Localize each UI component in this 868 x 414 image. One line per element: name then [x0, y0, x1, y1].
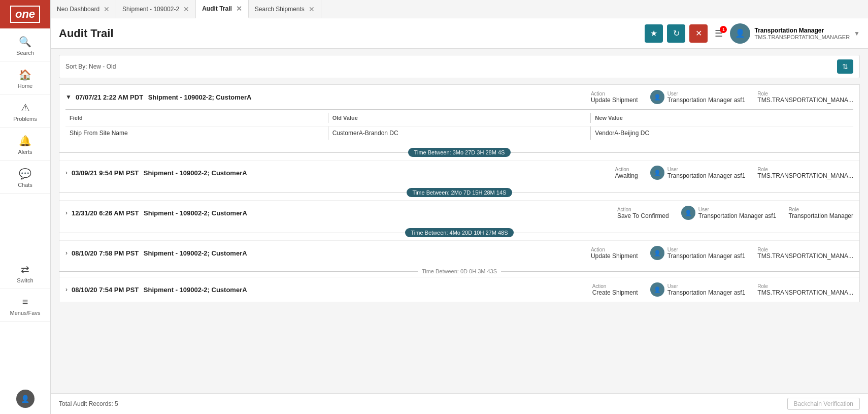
header-bar: Audit Trail ★ ↻ ✕ ☰ 1 👤 Transportation M…: [51, 18, 868, 49]
col-header-old: Old Value: [328, 113, 591, 123]
warning-icon: ⚠: [21, 102, 30, 114]
user-label-4: User: [667, 247, 746, 252]
audit-row-1[interactable]: ▼ 07/07/21 2:22 AM PDT Shipment - 109002…: [59, 85, 859, 109]
action-value-1: Update Shipment: [591, 97, 638, 104]
time-between-badge-2: Time Between: 2Mo 7D 15H 28M 14S: [407, 188, 513, 197]
sidebar-label-chats: Chats: [18, 182, 32, 188]
audit-row-5[interactable]: › 08/10/20 7:54 PM PST Shipment - 109002…: [59, 277, 859, 302]
logo-text: one: [10, 6, 40, 23]
detail-row-1: Ship From Site Name CustomerA-Brandon DC…: [65, 126, 853, 140]
sidebar-item-menus[interactable]: ≡ Menus/Favs: [0, 289, 50, 322]
user-value-1: Transportation Manager asf1: [667, 97, 746, 104]
tab-close-neo-dashboard[interactable]: ✕: [104, 5, 110, 13]
tab-neo-dashboard[interactable]: Neo Dashboard ✕: [51, 0, 116, 18]
footer: Total Audit Records: 5 Backchain Verific…: [51, 393, 868, 414]
app-logo[interactable]: one: [0, 0, 50, 28]
sidebar-label-home: Home: [18, 83, 32, 89]
sidebar-item-switch[interactable]: ⇄ Switch: [0, 256, 50, 289]
sidebar-item-alerts[interactable]: 🔔 Alerts: [0, 128, 50, 161]
audit-datetime-2: 03/09/21 9:54 PM PST: [72, 169, 141, 177]
detail-new-1: VendorA-Beijing DC: [591, 126, 853, 140]
tab-close-audit-trail[interactable]: ✕: [236, 5, 242, 13]
chevron-right-icon-3: ›: [65, 209, 68, 216]
audit-detail-1: Field Old Value New Value Ship From Site…: [59, 109, 859, 145]
sidebar-item-chats[interactable]: 💬 Chats: [0, 161, 50, 194]
sidebar-label-alerts: Alerts: [18, 149, 32, 155]
audit-row-3[interactable]: › 12/31/20 6:26 AM PST Shipment - 109002…: [59, 201, 859, 225]
user-info[interactable]: 👤 Transportation Manager TMS.TRANSPORTAT…: [730, 23, 860, 44]
audit-meta-3: Action Save To Confirmed 👤 User Transpor…: [617, 206, 853, 220]
sort-label: Sort By: New - Old: [65, 63, 116, 70]
action-label-3: Action: [617, 207, 669, 212]
role-value-2: TMS.TRANSPORTATION_MANA...: [757, 172, 853, 179]
sidebar-item-problems[interactable]: ⚠ Problems: [0, 94, 50, 128]
tab-audit-trail[interactable]: Audit Trail ✕: [196, 0, 249, 18]
user-value-2: Transportation Manager asf1: [667, 172, 746, 179]
action-label-5: Action: [592, 283, 638, 289]
refresh-button[interactable]: ↻: [667, 24, 685, 43]
action-section-3: Action Save To Confirmed: [617, 207, 669, 219]
audit-entry-5: › 08/10/20 7:54 PM PST Shipment - 109002…: [59, 277, 859, 302]
audit-meta-4: Action Update Shipment 👤 User Transporta…: [591, 246, 853, 260]
filter-button[interactable]: ⇅: [837, 59, 853, 74]
user-name: Transportation Manager: [754, 27, 850, 34]
tab-search-shipments[interactable]: Search Shipments ✕: [249, 0, 321, 18]
chevron-down-icon-1: ▼: [65, 93, 72, 101]
user-label-3: User: [698, 207, 777, 212]
action-label-4: Action: [591, 247, 638, 252]
tab-close-shipment[interactable]: ✕: [183, 5, 189, 13]
role-value-3: Transportation Manager: [788, 212, 853, 219]
user-icon-2: 👤: [650, 166, 664, 180]
main-content: Neo Dashboard ✕ Shipment - 109002-2 ✕ Au…: [51, 0, 868, 414]
sort-bar: Sort By: New - Old ⇅: [59, 55, 860, 78]
sidebar-user-avatar[interactable]: 👤: [16, 384, 35, 414]
time-between-badge-1: Time Between: 3Mo 27D 3H 28M 4S: [408, 148, 511, 157]
audit-shipment-2: Shipment - 109002-2; CustomerA: [144, 169, 615, 177]
content-area: Sort By: New - Old ⇅ ▼ 07/07/21 2:22 AM …: [51, 49, 868, 393]
audit-shipment-1: Shipment - 109002-2; CustomerA: [148, 93, 591, 101]
total-records-label: Total Audit Records: 5: [59, 400, 118, 407]
sidebar-item-search[interactable]: 🔍 Search: [0, 28, 50, 61]
action-label-2: Action: [615, 167, 638, 172]
time-between-text-4: Time Between: 0D 0H 3M 43S: [418, 268, 501, 274]
audit-shipment-4: Shipment - 109002-2; CustomerA: [144, 249, 591, 257]
sidebar-label-menus: Menus/Favs: [10, 310, 41, 316]
sidebar-item-home[interactable]: 🏠 Home: [0, 61, 50, 94]
backchain-verification-button[interactable]: Backchain Verification: [787, 398, 860, 410]
user-icon-4: 👤: [650, 246, 664, 260]
action-section-2: Action Awaiting: [615, 167, 638, 179]
role-label-1: Role: [757, 91, 853, 97]
detail-columns-1: Field Old Value New Value: [65, 109, 853, 126]
user-label-5: User: [667, 283, 746, 289]
audit-meta-2: Action Awaiting 👤 User Transportation Ma…: [615, 166, 853, 180]
audit-row-2[interactable]: › 03/09/21 9:54 PM PST Shipment - 109002…: [59, 161, 859, 185]
tab-label-shipment: Shipment - 109002-2: [122, 6, 179, 13]
tab-label-audit-trail: Audit Trail: [202, 5, 232, 12]
sidebar-label-search: Search: [16, 50, 34, 56]
user-avatar: 👤: [730, 23, 750, 44]
audit-shipment-5: Shipment - 109002-2; CustomerA: [144, 286, 592, 294]
detail-old-1: CustomerA-Brandon DC: [328, 126, 591, 140]
menu-icon: ≡: [22, 296, 28, 308]
close-button[interactable]: ✕: [689, 24, 708, 43]
user-dropdown-icon[interactable]: ▼: [854, 30, 860, 37]
chevron-right-icon-2: ›: [65, 169, 68, 176]
avatar-circle: 👤: [16, 390, 35, 408]
user-value-4: Transportation Manager asf1: [667, 252, 746, 260]
tab-close-search-shipments[interactable]: ✕: [309, 5, 315, 13]
star-button[interactable]: ★: [645, 24, 663, 43]
user-section-4: 👤 User Transportation Manager asf1: [650, 246, 746, 260]
sidebar-label-switch: Switch: [17, 277, 33, 283]
tab-shipment[interactable]: Shipment - 109002-2 ✕: [116, 0, 196, 18]
user-value-5: Transportation Manager asf1: [667, 289, 746, 296]
time-between-4: Time Between: 0D 0H 3M 43S: [59, 265, 859, 277]
role-section-5: Role TMS.TRANSPORTATION_MANA...: [757, 283, 853, 296]
role-section-1: Role TMS.TRANSPORTATION_MANA...: [757, 91, 853, 104]
user-section-2: 👤 User Transportation Manager asf1: [650, 166, 746, 180]
audit-row-4[interactable]: › 08/10/20 7:58 PM PST Shipment - 109002…: [59, 241, 859, 265]
user-meta-3: User Transportation Manager asf1: [698, 207, 777, 219]
role-section-2: Role TMS.TRANSPORTATION_MANA...: [757, 167, 853, 179]
user-section-1: 👤 User Transportation Manager asf1: [650, 90, 746, 104]
detail-field-1: Ship From Site Name: [65, 126, 328, 140]
menu-notification-button[interactable]: ☰ 1: [712, 28, 726, 39]
